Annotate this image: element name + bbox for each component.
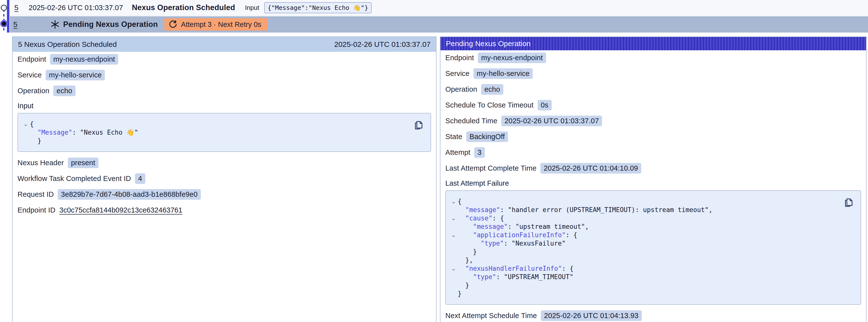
- field-value-badge: 0s: [538, 100, 552, 110]
- chevron-gutter: [449, 289, 458, 298]
- retry-badge-text: Attempt 3 · Next Retry 0s: [181, 21, 261, 29]
- json-line: ⌄"nexusHandlerFailureInfo": {: [449, 264, 838, 273]
- field-value-badge: echo: [53, 86, 75, 96]
- detail-field-service: Servicemy-hello-service: [18, 70, 431, 80]
- field-label: State: [445, 133, 462, 141]
- detail-field-workflow-task-completed-event-id: Workflow Task Completed Event ID4: [18, 173, 431, 184]
- json-line: ⌄"cause": {: [449, 214, 838, 222]
- collapse-chevron-icon[interactable]: ⌄: [449, 231, 458, 239]
- event-id-link[interactable]: 5: [14, 3, 24, 12]
- collapse-chevron-icon[interactable]: ⌄: [22, 120, 30, 128]
- panel-header-scheduled: 5 Nexus Operation Scheduled 2025-02-26 U…: [12, 37, 436, 52]
- chevron-gutter: [449, 239, 458, 248]
- json-text: },: [465, 256, 473, 264]
- chevron-gutter: [449, 205, 458, 214]
- chevron-gutter: [449, 273, 458, 281]
- detail-field-operation: Operationecho: [445, 84, 861, 94]
- field-label: Operation: [18, 87, 49, 95]
- event-row-nexus-operation-scheduled[interactable]: 5 2025-02-26 UTC 01:03:37.07 Nexus Opera…: [10, 0, 868, 16]
- retry-status-badge: Attempt 3 · Next Retry 0s: [164, 18, 268, 31]
- json-text: }: [458, 290, 462, 297]
- event-row-pending-nexus-operation[interactable]: 5 Pending Nexus Operation Attempt 3 · Ne…: [10, 16, 868, 33]
- field-value-badge: my-hello-service: [45, 70, 105, 80]
- field-value-badge: my-nexus-endpoint: [478, 53, 546, 63]
- json-line: },: [449, 256, 838, 264]
- json-line: }: [449, 248, 838, 256]
- collapse-chevron-icon[interactable]: ⌄: [449, 197, 458, 205]
- field-label: Endpoint ID: [18, 206, 56, 214]
- field-value-badge: 2025-02-26 UTC 01:04:10.09: [540, 163, 641, 173]
- json-key: "nexusHandlerFailureInfo": [465, 265, 562, 272]
- json-line: ⌄{: [449, 197, 838, 205]
- panel-body-scheduled: Endpointmy-nexus-endpointServicemy-hello…: [12, 52, 436, 215]
- json-text: : {: [566, 231, 577, 239]
- json-key: "Message": [37, 129, 72, 136]
- retry-icon: [169, 20, 177, 29]
- panel-timestamp: 2025-02-26 UTC 01:03:37.07: [334, 40, 431, 49]
- json-text: : {: [562, 265, 574, 272]
- field-value-badge: my-hello-service: [473, 68, 533, 79]
- json-text: : "Nexus Echo 👋": [72, 129, 138, 136]
- json-line: ⌄"applicationFailureInfo": {: [449, 231, 838, 239]
- detail-field-schedule-to-close-timeout: Schedule To Close Timeout0s: [445, 100, 861, 110]
- json-key: "type": [480, 240, 504, 247]
- copy-icon[interactable]: [843, 196, 854, 208]
- json-line: "message": "handler error (UPSTREAM_TIME…: [449, 205, 838, 214]
- event-input-label: Input: [245, 4, 259, 11]
- field-label: Nexus Header: [18, 159, 64, 167]
- json-line: "type": "UPSTREAM_TIMEOUT": [449, 273, 838, 281]
- panel-title: 5 Nexus Operation Scheduled: [18, 40, 117, 49]
- chevron-gutter: [449, 281, 458, 289]
- detail-field-attempt: Attempt3: [445, 148, 861, 157]
- json-text: {: [30, 120, 34, 128]
- chevron-gutter: [22, 137, 30, 145]
- json-key: "message": [473, 223, 508, 230]
- json-text: {: [458, 198, 462, 205]
- field-value-badge: BackingOff: [466, 131, 508, 142]
- field-value-badge: 3: [474, 147, 485, 158]
- field-label: Operation: [445, 85, 477, 93]
- event-id-link[interactable]: 5: [13, 20, 23, 29]
- temporal-event-history-screen: { "rows": { "scheduled": { "id": "5", "t…: [0, 0, 868, 322]
- field-value-badge: 2025-02-26 UTC 01:04:13.93: [541, 311, 642, 321]
- field-label: Next Attempt Schedule Time: [445, 312, 537, 320]
- chevron-gutter: [449, 248, 458, 256]
- timeline-active-bar: [7, 0, 9, 33]
- pending-asterisk-icon: [50, 20, 60, 29]
- chevron-gutter: [22, 128, 30, 137]
- field-label: Scheduled Time: [445, 117, 497, 125]
- event-timestamp: 2025-02-26 UTC 01:03:37.07: [29, 4, 123, 12]
- json-text: : "handler error (UPSTREAM_TIMEOUT): ups…: [500, 206, 713, 214]
- json-key: "cause": [465, 215, 493, 222]
- collapse-chevron-icon[interactable]: ⌄: [449, 264, 458, 273]
- json-text: : {: [493, 215, 504, 222]
- code-block-label-input: Input: [18, 102, 431, 110]
- detail-field-endpoint: Endpointmy-nexus-endpoint: [445, 53, 861, 63]
- detail-field-state: StateBackingOff: [445, 132, 861, 141]
- event-detail-panel-pending: Pending Nexus Operation Endpointmy-nexus…: [440, 36, 867, 322]
- json-line: }: [22, 137, 408, 145]
- json-text: }: [473, 248, 477, 255]
- detail-field-service: Servicemy-hello-service: [445, 68, 861, 78]
- panel-header-pending: Pending Nexus Operation: [440, 37, 866, 50]
- field-label: Workflow Task Completed Event ID: [18, 174, 131, 183]
- collapse-chevron-icon[interactable]: ⌄: [449, 214, 458, 222]
- json-line: "message": "upstream timeout",: [449, 222, 838, 231]
- copy-icon[interactable]: [413, 119, 424, 131]
- timeline-selected-marker[interactable]: [0, 20, 8, 27]
- field-value-link[interactable]: 3c0c75ccfa8144b092c13ce632463761: [59, 206, 182, 214]
- json-text: : "upstream timeout",: [508, 223, 589, 230]
- json-line: }: [449, 281, 838, 289]
- event-title: Nexus Operation Scheduled: [132, 3, 235, 12]
- json-viewer-last-attempt-failure: ⌄{"message": "handler error (UPSTREAM_TI…: [445, 190, 861, 305]
- code-block-label-last-attempt-failure: Last Attempt Failure: [445, 179, 861, 187]
- field-value-badge: my-nexus-endpoint: [50, 54, 118, 65]
- field-label: Attempt: [445, 149, 470, 157]
- timeline-open-marker[interactable]: [1, 5, 7, 11]
- json-line: "Message": "Nexus Echo 👋": [22, 128, 408, 137]
- field-label: Request ID: [18, 190, 54, 198]
- field-value-badge: 2025-02-26 UTC 01:03:37.07: [501, 116, 602, 126]
- json-line: ⌄{: [22, 120, 408, 128]
- detail-field-endpoint-id: Endpoint ID3c0c75ccfa8144b092c13ce632463…: [18, 205, 431, 215]
- detail-field-endpoint: Endpointmy-nexus-endpoint: [18, 54, 431, 64]
